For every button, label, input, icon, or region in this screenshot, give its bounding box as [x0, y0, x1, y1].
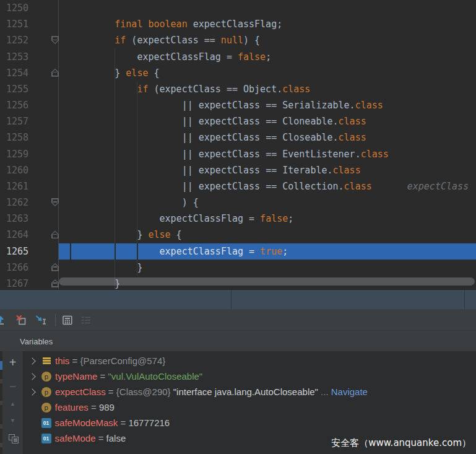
toolbar-separator — [55, 314, 56, 326]
fold-end-icon[interactable] — [51, 230, 59, 238]
code-lines: 12501251final boolean expectClassFlag;12… — [0, 0, 476, 289]
code-line[interactable]: 1262) { — [0, 194, 476, 211]
variable-row[interactable]: this = {ParserConfig@574} — [24, 353, 476, 369]
code-token: false — [260, 213, 288, 224]
code-line[interactable]: 1259|| expectClass == EventListener.clas… — [0, 146, 476, 162]
horizontal-scrollbar[interactable] — [59, 277, 475, 286]
code-line[interactable]: 1256|| expectClass == Serializable.class — [0, 97, 476, 113]
code-token: true — [260, 246, 282, 257]
force-step-into-icon[interactable] — [35, 314, 47, 326]
code-token: class — [361, 149, 389, 160]
drop-frame-icon[interactable] — [15, 314, 27, 326]
code-line[interactable]: 1253expectClassFlag = false; — [0, 49, 476, 65]
variable-value: 16777216 — [128, 417, 170, 428]
equals-sign: = — [106, 386, 116, 397]
line-number: 1258 — [6, 129, 28, 146]
variable-row[interactable]: pexpectClass = {Class@290} "interface ja… — [24, 384, 476, 399]
code-text: || expectClass == Serializable.class — [182, 97, 383, 113]
line-number: 1254 — [6, 65, 28, 81]
variables-panel-header[interactable]: Variables — [0, 331, 476, 351]
code-line[interactable]: 1258|| expectClass == Closeable.class — [0, 129, 476, 146]
band-divider — [464, 290, 465, 309]
code-token: (expectClass == Object. — [148, 84, 282, 95]
variable-name: typeName — [55, 371, 97, 382]
line-number: 1261 — [6, 178, 28, 194]
code-token: class — [355, 100, 383, 111]
code-line[interactable]: 1251final boolean expectClassFlag; — [0, 16, 476, 32]
code-text: } else { — [115, 65, 159, 81]
variable-value: {Class@290} — [116, 386, 173, 397]
line-number: 1262 — [6, 194, 28, 211]
code-text: expectClassFlag = true; — [160, 243, 288, 260]
equals-sign: = — [95, 433, 106, 443]
property-type-icon: p — [41, 387, 51, 397]
code-token: ) { — [182, 197, 199, 208]
code-editor[interactable]: 12501251final boolean expectClassFlag;12… — [0, 0, 476, 289]
equals-sign: = — [118, 417, 128, 428]
move-down-button[interactable]: ▼ — [2, 417, 23, 424]
code-token: || expectClass == Cloneable. — [182, 116, 339, 127]
code-line[interactable]: 1263expectClassFlag = false; — [0, 211, 476, 227]
code-line[interactable]: 1257|| expectClass == Cloneable.class — [0, 113, 476, 129]
remove-watch-button[interactable]: − — [2, 381, 23, 392]
code-token: ) { — [243, 35, 260, 46]
line-number: 1252 — [6, 32, 28, 48]
line-number: 1259 — [6, 146, 28, 162]
navigate-link[interactable]: Navigate — [331, 386, 368, 397]
variable-row[interactable]: ptypeName = "vul.VulAutoCloseable" — [24, 369, 476, 384]
fold-end-icon[interactable] — [51, 279, 59, 287]
variables-title: Variables — [20, 337, 53, 346]
code-token: else — [148, 229, 170, 240]
line-number: 1250 — [6, 0, 28, 16]
fold-end-icon[interactable] — [51, 263, 59, 271]
step-out-icon[interactable] — [0, 314, 7, 326]
code-text: expectClassFlag = false; — [137, 49, 271, 65]
code-text: if (expectClass == null) { — [115, 32, 260, 48]
code-line[interactable]: 1250 — [0, 0, 476, 16]
add-watch-button[interactable]: + — [2, 356, 23, 369]
code-token: } — [115, 68, 126, 79]
code-token: ; — [266, 51, 271, 63]
variable-value: "vul.VulAutoCloseable" — [108, 371, 202, 382]
code-token: (expectClass == — [126, 35, 221, 46]
watches-toolbar: + − ▲ ▼ — [2, 351, 24, 454]
move-up-button[interactable]: ▲ — [2, 401, 23, 407]
property-type-icon: p — [41, 372, 51, 382]
line-number: 1253 — [6, 49, 28, 65]
line-number: 1267 — [6, 276, 28, 289]
chevron-right-icon[interactable] — [28, 388, 35, 395]
code-text: ) { — [182, 194, 199, 211]
code-token: { — [171, 229, 182, 240]
execution-line[interactable]: 1265expectClassFlag = true; — [0, 243, 476, 260]
code-line[interactable]: 1252if (expectClass == null) { — [0, 32, 476, 48]
code-line[interactable]: 1254} else { — [0, 65, 476, 81]
evaluate-expression-icon[interactable] — [61, 314, 74, 326]
code-token: final boolean — [115, 19, 187, 30]
primitive-type-icon: 01 — [41, 434, 51, 443]
fold-start-icon[interactable] — [51, 36, 59, 44]
variable-value: 989 — [99, 402, 115, 413]
variable-row[interactable]: pfeatures = 989 — [24, 399, 476, 415]
code-line[interactable]: 1255if (expectClass == Object.class — [0, 81, 476, 97]
variable-row[interactable]: 01safeModeMask = 16777216 — [24, 415, 476, 430]
code-token: class — [339, 132, 366, 143]
chevron-right-icon[interactable] — [28, 357, 35, 364]
chevron-right-icon[interactable] — [28, 373, 35, 380]
panel-splitter-band[interactable] — [0, 289, 476, 309]
inline-values-icon[interactable] — [80, 314, 92, 326]
watermark: 安全客（www.anquanke.com） — [331, 437, 471, 449]
line-number: 1255 — [6, 81, 28, 97]
equals-sign: = — [89, 402, 99, 413]
line-number: 1257 — [6, 113, 28, 129]
duplicate-watch-icon[interactable] — [9, 434, 19, 443]
code-line[interactable]: 1260|| expectClass == Iterable.class — [0, 162, 476, 178]
indent-guide-overlay — [137, 243, 138, 260]
code-line[interactable]: 1266} — [0, 260, 476, 276]
line-number: 1251 — [6, 16, 28, 32]
code-line[interactable]: 1264} else { — [0, 227, 476, 243]
code-token: false — [238, 51, 266, 63]
code-line[interactable]: 1261|| expectClass == Collection.classex… — [0, 178, 476, 194]
variable-value: false — [106, 433, 126, 443]
fold-end-icon[interactable] — [51, 69, 59, 77]
fold-start-icon[interactable] — [51, 198, 59, 206]
